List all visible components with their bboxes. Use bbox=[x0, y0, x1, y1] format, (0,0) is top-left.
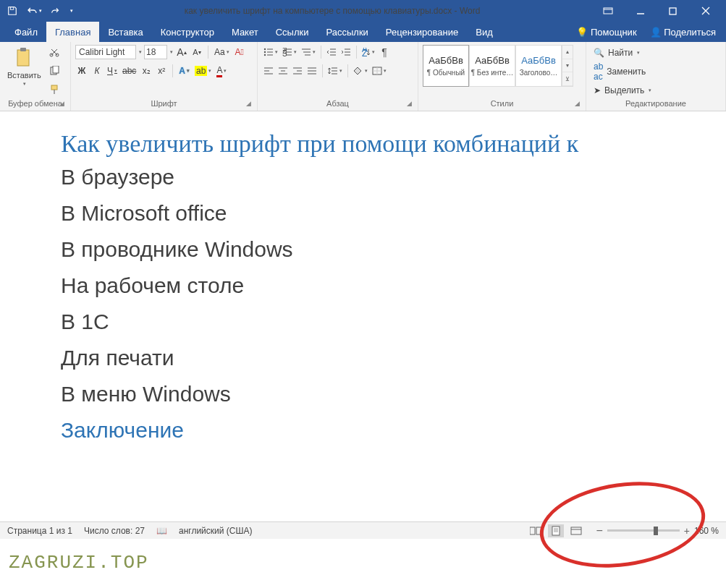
zoom-in-button[interactable]: + bbox=[684, 525, 690, 537]
tab-references[interactable]: Ссылки bbox=[267, 22, 318, 42]
svg-text:Z: Z bbox=[362, 48, 367, 56]
svg-rect-8 bbox=[53, 66, 59, 73]
dialog-launcher-icon[interactable]: ◢ bbox=[575, 100, 583, 108]
proofing-icon[interactable]: 📖 bbox=[156, 526, 167, 536]
svg-rect-4 bbox=[20, 48, 26, 51]
group-label: Редактирование bbox=[591, 98, 721, 109]
zoom-slider[interactable] bbox=[607, 529, 680, 532]
font-size-input[interactable] bbox=[144, 45, 167, 59]
doc-heading-conclusion: Заключение bbox=[61, 418, 726, 443]
web-layout-icon[interactable] bbox=[568, 524, 584, 537]
group-label: Стили bbox=[423, 98, 581, 109]
group-styles: АаБбВв ¶ Обычный АаБбВв ¶ Без инте… АаБб… bbox=[418, 42, 586, 111]
styles-scroll[interactable]: ▴▾⊻ bbox=[562, 45, 573, 87]
tab-mailings[interactable]: Рассылки bbox=[317, 22, 376, 42]
align-left-icon[interactable] bbox=[262, 64, 275, 78]
copy-icon[interactable] bbox=[47, 64, 62, 78]
outdent-icon[interactable] bbox=[325, 45, 338, 59]
dialog-launcher-icon[interactable]: ◢ bbox=[246, 100, 255, 108]
multilevel-icon[interactable] bbox=[300, 45, 317, 59]
redo-icon[interactable] bbox=[48, 3, 64, 19]
svg-rect-22 bbox=[571, 527, 581, 534]
bullets-icon[interactable] bbox=[262, 45, 279, 59]
strike-button[interactable]: abc bbox=[121, 64, 138, 78]
tab-view[interactable]: Вид bbox=[467, 22, 502, 42]
ribbon-options-icon[interactable] bbox=[591, 0, 624, 22]
align-center-icon[interactable] bbox=[277, 64, 290, 78]
group-clipboard: Вставить ▾ Буфер обмена ◢ bbox=[0, 42, 71, 111]
shading-icon[interactable] bbox=[352, 64, 369, 78]
line-spacing-icon[interactable] bbox=[326, 64, 344, 78]
tab-design[interactable]: Конструктор bbox=[152, 22, 223, 42]
font-name-input[interactable] bbox=[75, 45, 136, 59]
dialog-launcher-icon[interactable]: ◢ bbox=[407, 100, 415, 108]
italic-button[interactable]: К bbox=[90, 64, 104, 78]
style-no-spacing[interactable]: АаБбВв ¶ Без инте… bbox=[469, 45, 515, 87]
quick-access-toolbar: ▾ ▾ bbox=[4, 3, 73, 19]
highlight-button[interactable]: ab bbox=[193, 64, 213, 78]
doc-heading: В проводнике Windows bbox=[61, 237, 726, 262]
shrink-font-icon[interactable]: A▾ bbox=[190, 45, 203, 59]
zoom-control: − + 160 % bbox=[596, 524, 719, 537]
indent-icon[interactable] bbox=[339, 45, 353, 59]
justify-icon[interactable] bbox=[305, 64, 318, 78]
svg-point-11 bbox=[264, 51, 266, 53]
read-mode-icon[interactable] bbox=[528, 524, 544, 537]
undo-icon[interactable]: ▾ bbox=[26, 3, 42, 19]
sort-icon[interactable]: AZ bbox=[360, 45, 376, 59]
tab-insert[interactable]: Вставка bbox=[99, 22, 151, 42]
document-canvas[interactable]: Как увеличить шрифт при помощи комбинаци… bbox=[0, 111, 726, 516]
svg-rect-19 bbox=[530, 527, 535, 534]
save-icon[interactable] bbox=[4, 3, 20, 19]
watermark: ZAGRUZI.TOP bbox=[9, 552, 149, 574]
zoom-level[interactable]: 160 % bbox=[694, 526, 719, 536]
superscript-button[interactable]: x² bbox=[155, 64, 168, 78]
app-name: Word bbox=[460, 6, 480, 16]
clear-format-icon[interactable]: A⃠ bbox=[233, 45, 246, 59]
print-layout-icon[interactable] bbox=[548, 524, 564, 537]
cut-icon[interactable] bbox=[47, 45, 62, 59]
maximize-icon[interactable] bbox=[657, 0, 689, 22]
paste-icon bbox=[12, 46, 35, 69]
group-editing: 🔍Найти▾ abacЗаменить ➤Выделить▾ Редактир… bbox=[586, 42, 726, 111]
replace-button[interactable]: abacЗаменить bbox=[594, 61, 718, 82]
word-count[interactable]: Число слов: 27 bbox=[84, 526, 145, 536]
dialog-launcher-icon[interactable]: ◢ bbox=[59, 100, 68, 108]
subscript-button[interactable]: x₂ bbox=[140, 64, 153, 78]
svg-point-12 bbox=[264, 54, 266, 56]
align-right-icon[interactable] bbox=[291, 64, 304, 78]
tell-me[interactable]: 💡 Помощник bbox=[576, 27, 636, 38]
select-button[interactable]: ➤Выделить▾ bbox=[594, 85, 718, 95]
svg-rect-1 bbox=[604, 8, 612, 14]
borders-icon[interactable] bbox=[371, 64, 388, 78]
tab-file[interactable]: Файл bbox=[6, 22, 46, 42]
bold-button[interactable]: Ж bbox=[75, 64, 88, 78]
style-heading1[interactable]: АаБбВв Заголово… bbox=[515, 45, 562, 87]
underline-button[interactable]: Ч bbox=[106, 64, 119, 78]
doc-heading: В Microsoft office bbox=[61, 201, 726, 226]
close-icon[interactable] bbox=[689, 0, 722, 22]
group-label: Шрифт bbox=[75, 98, 253, 109]
tab-layout[interactable]: Макет bbox=[223, 22, 267, 42]
find-button[interactable]: 🔍Найти▾ bbox=[594, 48, 718, 58]
title-bar: ▾ ▾ как увеличить шрифт на компьютере с … bbox=[0, 0, 726, 22]
paste-button[interactable]: Вставить ▾ bbox=[4, 45, 44, 97]
cursor-icon: ➤ bbox=[594, 85, 601, 95]
numbering-icon[interactable]: 123 bbox=[281, 45, 298, 59]
change-case-button[interactable]: Aa bbox=[213, 45, 231, 59]
tab-review[interactable]: Рецензирование bbox=[377, 22, 467, 42]
format-painter-icon[interactable] bbox=[47, 82, 62, 97]
grow-font-icon[interactable]: A▴ bbox=[175, 45, 188, 59]
share-button[interactable]: 👤 Поделиться bbox=[650, 27, 716, 38]
ribbon-tabs: Файл Главная Вставка Конструктор Макет С… bbox=[0, 22, 726, 42]
zoom-out-button[interactable]: − bbox=[596, 524, 602, 537]
minimize-icon[interactable] bbox=[624, 0, 657, 22]
tab-home[interactable]: Главная bbox=[46, 22, 99, 42]
font-color-button[interactable]: A bbox=[215, 64, 228, 78]
style-normal[interactable]: АаБбВв ¶ Обычный bbox=[423, 45, 469, 87]
language-indicator[interactable]: английский (США) bbox=[179, 526, 252, 536]
styles-gallery[interactable]: АаБбВв ¶ Обычный АаБбВв ¶ Без инте… АаБб… bbox=[423, 45, 581, 87]
page-indicator[interactable]: Страница 1 из 1 bbox=[7, 526, 72, 536]
show-marks-icon[interactable]: ¶ bbox=[378, 45, 391, 59]
text-effects-button[interactable]: A bbox=[177, 64, 191, 78]
